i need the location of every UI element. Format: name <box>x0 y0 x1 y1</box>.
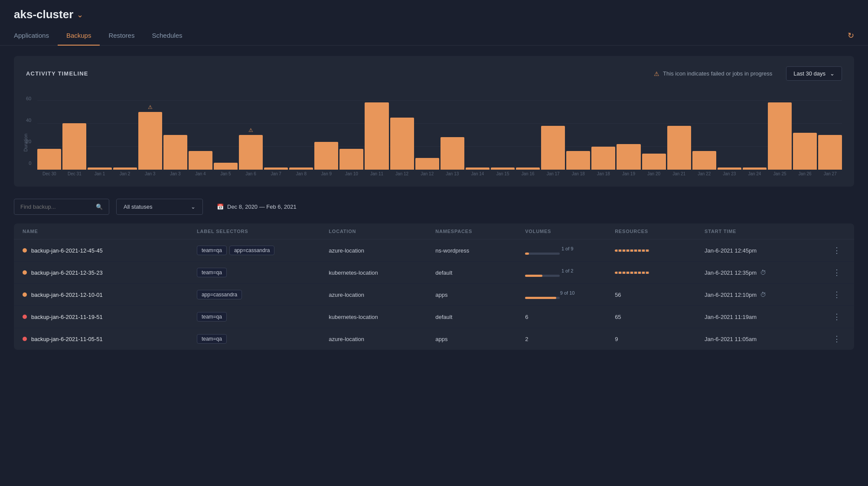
more-actions-button[interactable]: ⋮ <box>828 268 845 277</box>
bar-group[interactable]: ⚠ <box>138 112 162 170</box>
namespace-cell: ns-wordpress <box>435 247 520 254</box>
chart-bar[interactable] <box>163 135 187 170</box>
tab-restores[interactable]: Restores <box>100 26 143 45</box>
chart-bar[interactable] <box>516 167 540 170</box>
bar-group[interactable] <box>88 167 111 170</box>
bar-group[interactable] <box>37 149 61 170</box>
search-input[interactable] <box>20 204 92 210</box>
bar-group[interactable] <box>642 154 666 170</box>
chart-bar[interactable] <box>692 151 716 170</box>
header: aks-cluster ⌄ <box>0 0 868 21</box>
chart-bar[interactable] <box>214 163 238 170</box>
bar-group[interactable] <box>591 147 615 170</box>
tab-applications[interactable]: Applications <box>14 26 58 45</box>
chart-bar[interactable] <box>138 112 162 170</box>
bar-group[interactable] <box>516 167 540 170</box>
chart-bar[interactable] <box>441 137 464 170</box>
tab-backups[interactable]: Backups <box>58 26 100 45</box>
timeline-card: ACTIVITY TIMELINE ⚠ This icon indicates … <box>14 56 854 187</box>
start-time-cell: Jan-6-2021 11:19am <box>705 314 823 320</box>
volumes-cell: 9 of 10 <box>525 290 610 299</box>
date-filter[interactable]: 📅 Dec 8, 2020 — Feb 6, 2021 <box>210 199 303 214</box>
bar-group[interactable] <box>491 167 515 170</box>
label-tag: app=cassandra <box>229 246 274 255</box>
chart-bar[interactable] <box>415 158 439 170</box>
bar-warning-icon: ⚠ <box>148 104 153 110</box>
bar-group[interactable] <box>768 102 792 170</box>
chart-bar[interactable] <box>264 167 288 170</box>
chart-bar[interactable] <box>113 167 137 170</box>
backup-name-cell: backup-jan-6-2021-11-05-51 <box>23 336 192 342</box>
bar-group[interactable] <box>466 167 489 170</box>
bar-group[interactable] <box>314 142 338 170</box>
chart-bar[interactable] <box>642 154 666 170</box>
bar-group[interactable] <box>667 126 691 170</box>
chart-bar[interactable] <box>189 151 212 170</box>
chart-bar[interactable] <box>718 167 741 170</box>
chart-bar[interactable] <box>88 167 111 170</box>
start-time-cell: Jan-6-2021 12:10pm⏱ <box>705 291 823 298</box>
chart-bar[interactable] <box>239 135 263 170</box>
x-label: Jan 27 <box>818 171 842 176</box>
chart-bar[interactable] <box>667 126 691 170</box>
bar-group[interactable] <box>718 167 741 170</box>
bar-group[interactable] <box>818 135 842 170</box>
bar-group[interactable] <box>793 133 817 170</box>
resources-cell: 65 <box>615 314 699 320</box>
chart-bar[interactable] <box>768 102 792 170</box>
chart-bar[interactable] <box>617 144 640 170</box>
bar-group[interactable] <box>617 144 640 170</box>
tab-schedules[interactable]: Schedules <box>143 26 191 45</box>
chart-bar[interactable] <box>591 147 615 170</box>
bar-group[interactable] <box>113 167 137 170</box>
volumes-bar-fill <box>525 297 556 299</box>
bar-group[interactable] <box>264 167 288 170</box>
bar-group[interactable] <box>692 151 716 170</box>
chart-bar[interactable] <box>339 149 363 170</box>
refresh-icon[interactable]: ↻ <box>848 31 854 40</box>
bar-group[interactable] <box>365 102 388 170</box>
chart-bar[interactable] <box>62 123 86 170</box>
chevron-down-icon[interactable]: ⌄ <box>77 10 83 20</box>
x-label: Jan 26 <box>793 171 817 176</box>
chart-bar[interactable] <box>743 167 767 170</box>
chart-bar[interactable] <box>37 149 61 170</box>
bar-group[interactable] <box>566 151 590 170</box>
backup-name: backup-jan-6-2021-11-19-51 <box>31 314 103 320</box>
status-filter[interactable]: All statuses ⌄ <box>116 199 203 215</box>
bar-group[interactable] <box>415 158 439 170</box>
bar-group[interactable] <box>743 167 767 170</box>
chart-bar[interactable] <box>314 142 338 170</box>
chart-bar[interactable] <box>818 135 842 170</box>
bar-group[interactable] <box>441 137 464 170</box>
bar-group[interactable] <box>289 167 313 170</box>
x-label: Jan 2 <box>113 171 137 176</box>
chart-bar[interactable] <box>365 102 388 170</box>
bar-group[interactable] <box>62 123 86 170</box>
timeline-filter[interactable]: Last 30 days ⌄ <box>786 66 842 81</box>
more-actions-button[interactable]: ⋮ <box>828 334 845 344</box>
bar-group[interactable] <box>339 149 363 170</box>
filter-label: Last 30 days <box>793 70 826 77</box>
table-row: backup-jan-6-2021-12-10-01app=cassandraa… <box>14 284 854 306</box>
x-label: Jan 18 <box>566 171 590 176</box>
chart-bar[interactable] <box>390 118 414 170</box>
chart-bar[interactable] <box>491 167 515 170</box>
col-header-volumes: VOLUMES <box>525 229 610 234</box>
x-label: Jan 3 <box>138 171 162 176</box>
more-actions-button[interactable]: ⋮ <box>828 246 845 255</box>
chart-bar[interactable] <box>541 126 565 170</box>
chart-bar[interactable] <box>289 167 313 170</box>
more-actions-button[interactable]: ⋮ <box>828 312 845 322</box>
bar-group[interactable] <box>541 126 565 170</box>
search-box[interactable]: 🔍 <box>14 199 109 215</box>
bar-group[interactable]: ⚠ <box>239 135 263 170</box>
bar-group[interactable] <box>390 118 414 170</box>
bar-group[interactable] <box>163 135 187 170</box>
chart-bar[interactable] <box>793 133 817 170</box>
bar-group[interactable] <box>214 163 238 170</box>
chart-bar[interactable] <box>466 167 489 170</box>
more-actions-button[interactable]: ⋮ <box>828 290 845 299</box>
chart-bar[interactable] <box>566 151 590 170</box>
bar-group[interactable] <box>189 151 212 170</box>
